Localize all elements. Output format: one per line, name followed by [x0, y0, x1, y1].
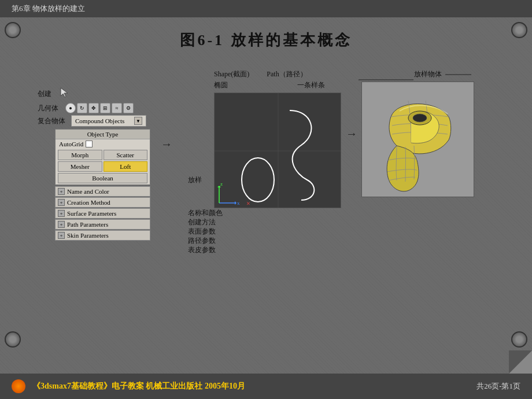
- svg-rect-13: [215, 93, 341, 208]
- geometry-label: 几何体: [38, 104, 58, 113]
- page-title: 图6-1 放样的基本概念: [12, 30, 520, 50]
- fold-corner: [509, 350, 532, 374]
- shape-section: Shape(截面) Path（路径） 椭圆 一条样条 Perspective: [214, 69, 341, 208]
- main-content: 图6-1 放样的基本概念: [0, 17, 532, 374]
- autogrid-label: AutoGrid: [59, 141, 83, 147]
- create-row: 创建: [38, 87, 150, 101]
- rollout-skin-params[interactable]: + Skin Parameters: [55, 230, 150, 241]
- mesher-button[interactable]: Mesher: [58, 161, 102, 172]
- object-type-panel: Object Type AutoGrid Morph Scatter Meshe…: [55, 129, 150, 185]
- bottom-left-text: 《3dsmax7基础教程》电子教案 机械工业出版社 2005年10月: [32, 382, 245, 390]
- shape-viewport: Perspective: [214, 93, 341, 208]
- shape-sublabels: 椭圆 一条样条: [214, 80, 341, 90]
- svg-marker-12: [61, 88, 68, 97]
- top-bar: 第6章 物体放样的建立: [0, 0, 532, 17]
- annotation-skin-params: 表皮参数: [188, 245, 216, 255]
- grid-icon[interactable]: ⊞: [100, 103, 110, 113]
- arrow-to-viewport: →: [161, 138, 172, 151]
- arrow-between-viewports: →: [346, 127, 357, 141]
- morph-button[interactable]: Morph: [58, 150, 102, 160]
- compound-dropdown[interactable]: Compound Objects ▼: [71, 115, 146, 127]
- rollout-path-params[interactable]: + Path Parameters: [55, 219, 150, 230]
- sphere-icon[interactable]: ●: [65, 103, 76, 113]
- rollout-plus-icon[interactable]: +: [58, 188, 65, 195]
- result-label-line: [445, 71, 474, 79]
- autogrid-row: AutoGrid: [56, 139, 150, 149]
- rotate-icon[interactable]: ↻: [77, 103, 87, 113]
- settings-icon[interactable]: ⚙: [123, 103, 134, 113]
- object-buttons: Morph Scatter Mesher Loft Boolean: [56, 149, 150, 184]
- create-label: 创建: [38, 89, 51, 99]
- boolean-button[interactable]: Boolean: [58, 173, 147, 183]
- object-type-header: Object Type: [56, 130, 150, 139]
- rollout-plus-icon[interactable]: +: [58, 221, 65, 228]
- geometry-toolbar: ● ↻ ✥ ⊞ ≈ ⚙: [65, 103, 134, 113]
- scatter-button[interactable]: Scatter: [104, 150, 148, 160]
- loft-button[interactable]: Loft: [104, 161, 148, 172]
- svg-text:z: z: [220, 181, 223, 187]
- max-ui-panel: 创建 几何体 ● ↻ ✥ ⊞ ≈: [38, 87, 150, 241]
- svg-point-27: [413, 114, 427, 122]
- wave-icon[interactable]: ≈: [112, 103, 122, 113]
- annotation-name-color: 名称和颜色: [188, 208, 223, 218]
- rollout-plus-icon[interactable]: +: [58, 210, 65, 217]
- compound-label: 复合物体: [38, 116, 65, 126]
- chapter-text: 第6章 物体放样的建立: [12, 3, 85, 14]
- bottom-left: 《3dsmax7基础教程》电子教案 机械工业出版社 2005年10月: [12, 379, 245, 393]
- compound-row: 复合物体 Compound Objects ▼: [38, 115, 150, 127]
- rollout-name-color[interactable]: + Name and Color: [55, 186, 150, 197]
- dropdown-arrow[interactable]: ▼: [134, 117, 142, 125]
- shape-label: Shape(截面) Path（路径）: [214, 69, 341, 79]
- corner-decoration-tl: [5, 22, 21, 38]
- bottom-bar: 《3dsmax7基础教程》电子教案 机械工业出版社 2005年10月 共26页-…: [0, 374, 532, 399]
- autogrid-checkbox[interactable]: [86, 141, 93, 147]
- loft-result-viewport: [361, 82, 474, 197]
- annotation-path-params: 路径参数: [188, 236, 216, 246]
- bottom-right-text: 共26页-第1页: [476, 381, 520, 391]
- corner-decoration-br: [511, 331, 527, 348]
- annotation-surface-params: 表面参数: [188, 227, 216, 237]
- page-container: 第6章 物体放样的建立 图6-1 放样的基本概念: [0, 0, 532, 399]
- annotation-creation-method: 创建方法: [188, 217, 216, 227]
- rollout-plus-icon[interactable]: +: [58, 199, 65, 206]
- corner-decoration-bl: [5, 331, 21, 348]
- rollout-surface-params[interactable]: + Surface Parameters: [55, 208, 150, 219]
- orange-circle: [12, 379, 25, 393]
- title-section: 图6-1 放样的基本概念: [12, 23, 520, 55]
- geometry-row: 几何体 ● ↻ ✥ ⊞ ≈ ⚙: [38, 103, 150, 113]
- result-line-svg: [359, 75, 416, 84]
- result-annotation-label: [359, 75, 416, 86]
- svg-text:×: ×: [246, 200, 250, 208]
- loft-result-svg: [362, 82, 474, 197]
- cursor-icon: [60, 87, 71, 98]
- rollout-creation-method[interactable]: + Creation Method: [55, 197, 150, 208]
- rollout-panel: + Name and Color + Creation Method + Sur…: [55, 186, 150, 241]
- loft-result-section: 放样物体: [361, 69, 474, 197]
- loft-annotation: 放样: [188, 175, 202, 185]
- rollout-plus-icon[interactable]: +: [58, 232, 65, 239]
- corner-decoration-tr: [511, 22, 527, 38]
- viewport-svg: x z ×: [215, 93, 341, 208]
- svg-text:x: x: [237, 200, 240, 206]
- move-icon[interactable]: ✥: [88, 103, 99, 113]
